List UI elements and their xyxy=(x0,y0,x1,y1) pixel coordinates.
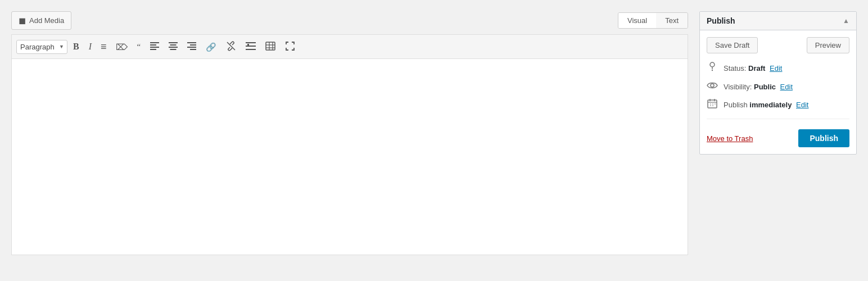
view-tabs: Visual Text xyxy=(618,12,688,29)
toolbar-buttons-group: B I ≡ ⌦ “ xyxy=(69,38,300,55)
visibility-row: Visibility: Public Edit xyxy=(707,81,849,92)
svg-rect-7 xyxy=(170,49,177,50)
svg-rect-2 xyxy=(150,47,159,48)
svg-rect-6 xyxy=(169,47,178,48)
publish-footer: Move to Trash Publish xyxy=(707,127,849,147)
svg-rect-0 xyxy=(150,42,159,43)
visibility-icon xyxy=(707,81,718,92)
add-media-button[interactable]: ◼ Add Media xyxy=(11,11,71,30)
svg-rect-16 xyxy=(266,42,275,50)
publish-box: Publish ▲ Save Draft Preview xyxy=(699,11,857,155)
status-row: Status: Draft Edit xyxy=(707,61,849,75)
svg-rect-10 xyxy=(187,47,196,48)
ordered-list-btn[interactable]: ⌦ xyxy=(111,40,132,54)
svg-rect-8 xyxy=(187,42,196,43)
svg-rect-3 xyxy=(150,49,156,50)
status-value: Draft xyxy=(748,64,765,72)
italic-btn[interactable]: I xyxy=(84,39,96,54)
collapse-arrow-icon[interactable]: ▲ xyxy=(843,17,849,25)
table-btn[interactable] xyxy=(261,39,280,55)
tab-visual[interactable]: Visual xyxy=(618,13,656,28)
editor-content[interactable] xyxy=(11,58,688,255)
visibility-value: Public xyxy=(754,83,776,91)
align-right-btn[interactable] xyxy=(183,39,201,54)
publish-actions: Save Draft Preview xyxy=(707,37,849,53)
svg-rect-4 xyxy=(169,42,178,43)
align-center-btn[interactable] xyxy=(164,39,182,54)
paragraph-format-select[interactable]: Paragraph xyxy=(16,40,67,54)
svg-rect-11 xyxy=(190,49,196,50)
schedule-icon xyxy=(707,98,718,111)
blockquote-btn[interactable]: “ xyxy=(133,40,146,54)
add-media-label: Add Media xyxy=(29,16,64,25)
svg-rect-1 xyxy=(150,44,156,46)
top-bar: ◼ Add Media Visual Text xyxy=(11,11,688,30)
fullscreen-btn[interactable] xyxy=(281,38,300,55)
visibility-text: Visibility: Public Edit xyxy=(724,83,793,91)
editor-toolbar: Paragraph B I ≡ ⌦ “ xyxy=(11,34,688,58)
status-icon xyxy=(707,61,718,75)
svg-rect-9 xyxy=(190,44,196,46)
status-edit-link[interactable]: Edit xyxy=(770,64,782,72)
svg-point-21 xyxy=(710,62,715,67)
publish-time-row: Publish immediately Edit xyxy=(707,98,849,111)
publish-header: Publish ▲ xyxy=(700,12,856,30)
add-media-icon: ◼ xyxy=(19,15,26,26)
publish-button[interactable]: Publish xyxy=(798,129,849,147)
svg-rect-5 xyxy=(170,44,177,46)
publish-title: Publish xyxy=(707,16,735,25)
publish-time-value: immediately xyxy=(749,101,792,109)
visibility-edit-link[interactable]: Edit xyxy=(780,83,793,91)
align-left-btn[interactable] xyxy=(146,39,164,54)
publish-time-text: Publish immediately Edit xyxy=(724,101,808,109)
publish-meta: Status: Draft Edit xyxy=(707,61,849,119)
status-text: Status: Draft Edit xyxy=(724,64,782,72)
svg-point-23 xyxy=(711,84,714,87)
svg-rect-12 xyxy=(246,42,256,43)
move-to-trash-button[interactable]: Move to Trash xyxy=(707,134,753,143)
svg-rect-15 xyxy=(247,44,249,46)
svg-rect-14 xyxy=(246,49,256,50)
svg-rect-13 xyxy=(246,46,256,47)
save-draft-button[interactable]: Save Draft xyxy=(707,37,758,53)
unordered-list-btn[interactable]: ≡ xyxy=(97,40,111,53)
tab-text[interactable]: Text xyxy=(656,13,688,28)
svg-point-22 xyxy=(712,70,713,71)
publish-time-edit-link[interactable]: Edit xyxy=(796,101,808,109)
sidebar: Publish ▲ Save Draft Preview xyxy=(699,11,857,155)
link-btn[interactable]: 🔗 xyxy=(201,40,221,54)
unlink-btn[interactable] xyxy=(221,38,241,55)
preview-button[interactable]: Preview xyxy=(807,37,849,53)
hr-btn[interactable] xyxy=(241,39,260,54)
paragraph-select-wrap[interactable]: Paragraph xyxy=(16,40,67,54)
publish-body: Save Draft Preview xyxy=(700,30,856,154)
bold-btn[interactable]: B xyxy=(69,39,84,54)
